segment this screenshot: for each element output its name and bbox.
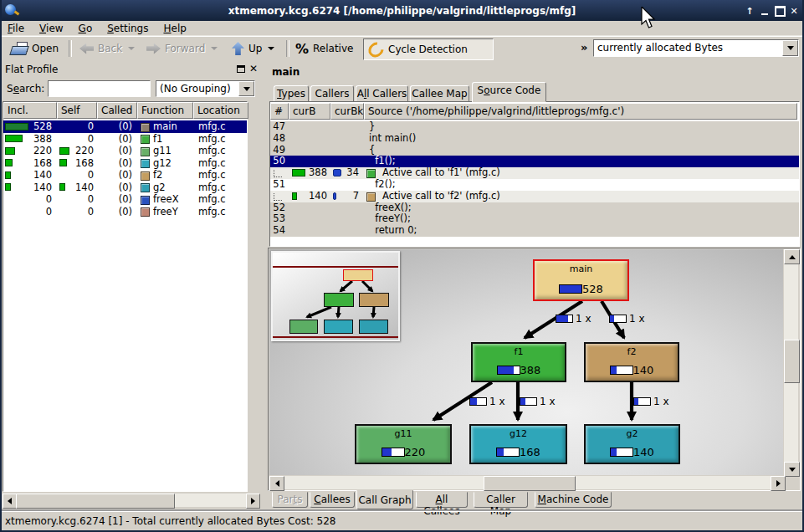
scroll-left-icon[interactable]	[269, 476, 284, 491]
source-call-row[interactable]: 38834Active call to 'f1' (mfg.c)	[270, 167, 799, 179]
graph-node-f2[interactable]: f2140	[584, 342, 679, 382]
maximize-button[interactable]	[773, 4, 786, 18]
call-graph-canvas[interactable]: main528f1388f2140g11220g12168g2140 1 x1 …	[269, 249, 783, 475]
mouse-cursor	[638, 7, 657, 32]
tab-types[interactable]: Types	[274, 85, 309, 102]
column-header-incl[interactable]: Incl.	[3, 102, 57, 119]
tab-callee-map[interactable]: Callee Map	[410, 85, 469, 102]
search-input[interactable]	[48, 80, 151, 97]
grouping-combobox[interactable]: (No Grouping)	[156, 80, 255, 97]
node-cost: 388	[497, 364, 541, 376]
menu-item-help[interactable]: Help	[156, 22, 193, 35]
source-line-row[interactable]: 48int main()	[270, 133, 799, 145]
column-header-location[interactable]: Location	[193, 102, 248, 119]
flat-profile-row-main[interactable]: 5280(0)mainmfg.c	[3, 120, 247, 133]
line-number: 53	[273, 213, 285, 225]
source-column-header[interactable]: curB	[289, 103, 330, 120]
flat-profile-hscrollbar[interactable]	[3, 494, 259, 507]
column-header-called[interactable]: Called	[97, 102, 137, 119]
tree-expander-icon[interactable]	[274, 193, 282, 201]
minimize-button[interactable]	[758, 4, 771, 18]
source-code-text: f2();	[369, 179, 396, 191]
tab-callees[interactable]: Callees	[310, 492, 355, 508]
scroll-down-icon[interactable]	[784, 462, 800, 477]
cycle-detection-toggle-button[interactable]: Cycle Detection	[363, 38, 494, 60]
forward-dropdown-icon[interactable]	[211, 47, 218, 50]
flat-profile-row-g12[interactable]: 168168(0)g12mfg.c	[3, 157, 247, 170]
flat-profile-row-freeX[interactable]: 00(0)freeXmfg.c	[3, 193, 247, 206]
column-header-function[interactable]: Function	[137, 102, 193, 119]
scroll-right-icon[interactable]	[246, 494, 260, 509]
dock-close-icon[interactable]: ✕	[249, 64, 258, 73]
called-cell: (0)	[97, 193, 136, 206]
edge-label-f2-g2: 1 x	[633, 396, 669, 407]
menu-item-view[interactable]: View	[32, 22, 70, 35]
graph-node-main[interactable]: main528	[533, 259, 629, 301]
combobox-arrow-icon[interactable]	[782, 40, 798, 56]
tab-callers[interactable]: Callers	[310, 85, 354, 102]
tab-source-code[interactable]: Source Code	[472, 82, 546, 102]
back-dropdown-icon[interactable]	[128, 47, 135, 50]
self-value: 168	[75, 157, 94, 170]
scroll-left-icon[interactable]	[3, 494, 17, 509]
flat-profile-row-freeY[interactable]: 00(0)freeYmfg.c	[3, 206, 247, 218]
called-value: (0)	[119, 145, 132, 157]
relative-toggle-button[interactable]: % Relative	[291, 38, 357, 59]
forward-button[interactable]: Forward	[142, 38, 222, 59]
self-value: 0	[88, 193, 94, 206]
flat-profile-row-g11[interactable]: 220220(0)g11mfg.c	[3, 145, 247, 157]
flat-profile-row-f1[interactable]: 3880(0)f1mfg.c	[3, 133, 247, 146]
flat-profile-row-g2[interactable]: 140140(0)g2mfg.c	[3, 182, 247, 194]
scrollbar-thumb[interactable]	[16, 494, 175, 509]
menu-item-go[interactable]: Go	[71, 22, 100, 35]
location-cell: mfg.c	[193, 157, 248, 170]
source-line-row[interactable]: 51 f2();	[270, 179, 799, 191]
graph-node-f1[interactable]: f1388	[471, 342, 566, 382]
tree-expander-icon[interactable]	[274, 170, 282, 177]
graph-vscrollbar[interactable]	[784, 249, 798, 475]
dock-float-icon[interactable]	[237, 65, 245, 73]
graph-node-g2[interactable]: g2140	[584, 424, 680, 464]
graph-hscrollbar[interactable]	[269, 476, 784, 489]
close-button[interactable]: ✕	[787, 4, 801, 18]
menu-item-settings[interactable]: Settings	[100, 22, 156, 35]
flat-profile-row-f2[interactable]: 1400(0)f2mfg.c	[3, 169, 247, 182]
tab-call-graph[interactable]: Call Graph	[356, 490, 413, 509]
incl-bar-icon	[5, 171, 11, 179]
source-column-header[interactable]: Source ('/home/philippe/valgrind/littlep…	[364, 103, 797, 120]
scroll-up-icon[interactable]	[784, 249, 800, 264]
source-line-row[interactable]: 50 f1();	[270, 156, 799, 167]
called-cell: (0)	[97, 182, 136, 194]
scrollbar-thumb[interactable]	[784, 340, 800, 383]
source-line-row[interactable]: 54 return 0;	[270, 225, 799, 237]
graph-node-g11[interactable]: g11220	[355, 424, 452, 464]
source-column-header[interactable]: #	[270, 103, 289, 120]
line-number: 50	[273, 156, 285, 167]
combobox-arrow-icon[interactable]	[238, 81, 254, 96]
source-call-row[interactable]: 1407Active call to 'f2' (mfg.c)	[270, 191, 799, 202]
column-header-self[interactable]: Self	[57, 102, 97, 119]
source-line-row[interactable]: 49{	[270, 145, 799, 156]
up-button[interactable]: Up	[228, 38, 279, 59]
title-bar[interactable]: xtmemory.kcg.6274 [/home/philippe/valgri…	[0, 0, 804, 21]
scrollbar-thumb[interactable]	[484, 476, 576, 491]
toolbar-overflow-chevron[interactable]: »	[581, 41, 587, 54]
menu-item-file[interactable]: File	[0, 22, 32, 35]
event-type-combobox[interactable]: currently allocated Bytes	[593, 39, 799, 57]
source-column-header[interactable]: curBk	[330, 103, 364, 120]
source-line-row[interactable]: 47}	[270, 121, 799, 133]
function-color-icon	[141, 196, 150, 205]
up-dropdown-icon[interactable]	[268, 47, 274, 50]
back-button[interactable]: Back	[75, 38, 139, 59]
scroll-right-icon[interactable]	[771, 476, 786, 491]
tab-machine-code[interactable]: Machine Code	[535, 492, 612, 508]
graph-node-g12[interactable]: g12168	[469, 424, 567, 464]
open-button[interactable]: Open	[7, 38, 63, 59]
tab-caller-map[interactable]: Caller Map	[474, 492, 528, 508]
tab-all-callers[interactable]: All Callers	[356, 85, 408, 102]
source-line-row[interactable]: 53 freeY();	[270, 213, 799, 225]
tab-all-callees[interactable]: All Callees	[416, 492, 468, 508]
source-line-row[interactable]: 52 freeX();	[270, 202, 799, 214]
shade-button[interactable]: ↑	[743, 4, 756, 18]
incl-bar-icon	[5, 159, 13, 166]
